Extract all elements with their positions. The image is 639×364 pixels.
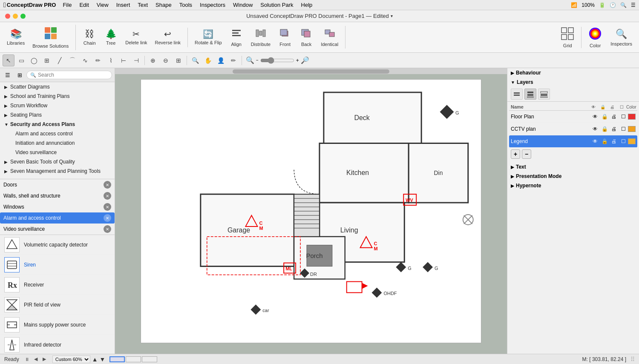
chain-button[interactable]: ⛓ Chain [79, 28, 100, 47]
front-button[interactable]: Front [275, 26, 295, 49]
list-view-icon[interactable]: ☰ [3, 70, 13, 80]
page-thumb-2[interactable] [126, 356, 141, 362]
menu-shape[interactable]: Shape [152, 1, 175, 9]
menu-insert[interactable]: Insert [113, 1, 134, 9]
person-icon[interactable]: 👤 [215, 54, 227, 66]
menu-view[interactable]: View [93, 1, 112, 9]
next-page-button[interactable]: ▶ [40, 355, 48, 363]
menu-help[interactable]: Help [298, 1, 316, 9]
line-tool[interactable]: ╱ [54, 54, 66, 66]
oval-tool[interactable]: ◯ [28, 54, 40, 66]
expand-icon[interactable]: ⊕ [147, 54, 159, 66]
reverse-link-button[interactable]: ↩ Reverse link [152, 28, 184, 47]
connector-tool[interactable]: ⊢ [118, 54, 130, 66]
magnify-icon[interactable]: 🔍 [189, 54, 201, 66]
fit-icon[interactable]: ⊞ [173, 54, 184, 66]
apple-menu[interactable]:  [3, 1, 6, 9]
page-thumb-3[interactable] [142, 356, 157, 362]
select-tool[interactable]: ↖ [3, 54, 14, 66]
layers-section-header[interactable]: ▼ Layers [507, 77, 639, 87]
layer-print-floor-plan[interactable]: 🖨 [609, 112, 619, 121]
layer-toggle-cctv[interactable]: ☐ [619, 124, 628, 134]
zoom-in-icon[interactable]: 🔎 [301, 56, 309, 64]
layer-color-floor-plan[interactable] [628, 114, 636, 120]
layer-color-legend[interactable] [628, 138, 636, 144]
menu-list-icon[interactable]: ☰ [631, 2, 636, 8]
behaviour-section-header[interactable]: ▶ Behaviour [507, 68, 639, 77]
zoom-out-icon[interactable]: 🔍 [246, 56, 254, 64]
shape-pir[interactable]: PIR field of view [0, 295, 115, 315]
menu-solution-park[interactable]: Solution Park [257, 1, 296, 9]
back-button[interactable]: Back [296, 26, 317, 49]
shape-mains[interactable]: Mains supply power source [0, 315, 115, 335]
zoom-stepper-down[interactable]: ▼ [100, 356, 106, 363]
tree-item-video[interactable]: Video surveillance [0, 148, 115, 157]
zoom-slider[interactable] [260, 57, 294, 64]
zigzag-tool[interactable]: ⌇ [105, 54, 117, 66]
remove-layer-button[interactable]: − [522, 149, 531, 159]
tree-button[interactable]: 🌲 Tree [101, 28, 121, 47]
tree-item-initiation[interactable]: Initiation and annunciation [0, 138, 115, 148]
tree-item-school[interactable]: ▶ School and Training Plans [0, 92, 115, 101]
distribute-button[interactable]: Distribute [248, 26, 274, 49]
layer-toggle-floor-plan[interactable]: ☐ [619, 112, 628, 121]
identical-button[interactable]: Identical [317, 26, 342, 49]
shape-siren[interactable]: Siren [0, 255, 115, 275]
tree-item-seating[interactable]: ▶ Seating Plans [0, 110, 115, 120]
tree-item-scatter[interactable]: ▶ Scatter Diagrams [0, 82, 115, 92]
inspectors-button[interactable]: 🔍 Inspectors [607, 27, 636, 48]
align-button[interactable]: Align [226, 26, 247, 49]
library-close-walls[interactable]: ✕ [104, 192, 111, 200]
libraries-button[interactable]: 📚 Libraries [3, 28, 28, 47]
layer-lock-cctv[interactable]: 🔒 [600, 124, 609, 134]
library-close-windows[interactable]: ✕ [104, 203, 111, 211]
pan-icon[interactable]: ✋ [202, 54, 214, 66]
zoom-stepper-up[interactable]: ▲ [92, 356, 98, 363]
menu-text[interactable]: Text [134, 1, 151, 9]
shape-receiver[interactable]: Rx Receiver [0, 275, 115, 295]
pen-tool[interactable]: ✏ [92, 54, 104, 66]
shape-volumetric[interactable]: Volumetric capacity detector [0, 235, 115, 255]
menu-inspectors[interactable]: Inspectors [196, 1, 229, 9]
menu-edit[interactable]: Edit [76, 1, 92, 9]
tree-item-scrum[interactable]: ▶ Scrum Workflow [0, 101, 115, 110]
minimize-button[interactable] [13, 14, 18, 19]
curve-tool[interactable]: ∿ [79, 54, 91, 66]
brush-icon[interactable]: ✏ [227, 54, 239, 66]
color-button[interactable]: Color [585, 25, 605, 50]
layer-tool-2[interactable] [524, 89, 536, 100]
close-button[interactable] [5, 14, 10, 19]
rotate-flip-button[interactable]: 🔄 Rotate & Flip [191, 28, 225, 47]
search-menu-icon[interactable]: 🔍 [620, 2, 627, 8]
smart-connector[interactable]: ⊣ [130, 54, 142, 66]
prev-page-button[interactable]: ◀ [32, 355, 40, 363]
layer-tool-1[interactable] [511, 89, 523, 100]
rectangle-tool[interactable]: ▭ [15, 54, 27, 66]
layer-print-legend[interactable]: 🖨 [609, 137, 619, 146]
menu-tools[interactable]: Tools [176, 1, 196, 9]
tree-item-seven-basic[interactable]: ▶ Seven Basic Tools of Quality [0, 157, 115, 166]
delete-link-button[interactable]: ✂ Delete link [122, 28, 150, 47]
arc-tool[interactable]: ⌒ [66, 54, 78, 66]
horizontal-scrollbar[interactable] [115, 68, 507, 74]
chevron-down-icon[interactable]: ▾ [391, 14, 393, 18]
shape-infrared[interactable]: Infrared detector [0, 335, 115, 354]
layer-lock-legend[interactable]: 🔒 [600, 137, 609, 146]
zoom-select[interactable]: Custom 60% 25% 50% 75% 100% [52, 355, 90, 363]
layer-toggle-legend[interactable]: ☐ [619, 137, 628, 146]
hypernote-section-header[interactable]: ▶ Hypernote [507, 181, 639, 190]
fullscreen-button[interactable] [20, 14, 26, 19]
layer-eye-floor-plan[interactable]: 👁 [590, 112, 600, 121]
text-section-header[interactable]: ▶ Text [507, 162, 639, 172]
library-close-video-surv[interactable]: ✕ [104, 225, 111, 233]
collapse-icon[interactable]: ⊖ [160, 54, 172, 66]
browse-solutions-button[interactable]: Browse Solutions [29, 25, 72, 50]
library-close-doors[interactable]: ✕ [104, 181, 111, 189]
tree-item-security[interactable]: ▼ Security and Access Plans [0, 120, 115, 129]
tree-item-alarm[interactable]: Alarm and access control [0, 129, 115, 138]
layer-lock-floor-plan[interactable]: 🔒 [600, 112, 609, 121]
scrollbar-thumb[interactable] [233, 69, 389, 74]
tree-item-seven-mgmt[interactable]: ▶ Seven Management and Planning Tools [0, 166, 115, 176]
table-tool[interactable]: ⊞ [41, 54, 53, 66]
page-thumb-1[interactable] [109, 356, 125, 362]
